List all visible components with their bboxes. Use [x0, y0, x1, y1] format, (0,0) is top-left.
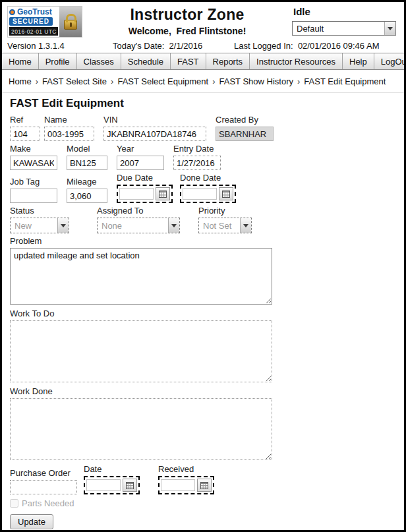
page-title: FAST Edit Equipment	[10, 97, 396, 110]
field-ref: Ref	[10, 115, 40, 141]
work-done-textarea[interactable]	[10, 398, 272, 460]
field-status: Status New	[10, 206, 69, 233]
nav-item-profile[interactable]: Profile	[39, 53, 77, 69]
done-date-calendar-button[interactable]	[219, 187, 233, 200]
nav-item-logout[interactable]: LogOut	[374, 53, 406, 69]
breadcrumb-separator: ›	[111, 76, 113, 86]
field-received: Received	[158, 464, 214, 494]
calendar-icon	[159, 191, 167, 198]
field-year: Year	[117, 144, 164, 170]
vin-input[interactable]	[103, 127, 206, 141]
purchase-order-label: Purchase Order	[10, 468, 77, 478]
breadcrumb-fast-select-site[interactable]: FAST Select Site	[42, 76, 107, 86]
geotrust-logo-icon	[9, 9, 15, 15]
nav-item-schedule[interactable]: Schedule	[121, 53, 171, 69]
job-tag-input[interactable]	[10, 189, 57, 203]
nav-item-instructor-resources[interactable]: Instructor Resources	[250, 53, 343, 69]
po-date-calendar-button[interactable]	[123, 479, 137, 492]
field-name: Name	[44, 115, 94, 141]
entry-date-input[interactable]	[173, 156, 221, 170]
breadcrumb-fast-select-equipment[interactable]: FAST Select Equipment	[117, 76, 208, 86]
field-work-to-do: Work To Do	[10, 309, 396, 382]
row-vehicle: Make Model Year Entry Date	[10, 144, 396, 170]
breadcrumb-home[interactable]: Home	[9, 76, 32, 86]
geotrust-brand: GeoTrust	[17, 7, 52, 16]
make-input[interactable]	[10, 156, 57, 170]
parts-needed-label: Parts Needed	[22, 498, 74, 508]
field-job-tag: Job Tag	[10, 177, 57, 203]
row-purchase: Purchase Order Date Received	[10, 464, 396, 494]
status-select[interactable]: New	[10, 218, 69, 233]
default-select[interactable]: Default	[292, 21, 396, 36]
field-problem: Problem updated mileage and set location	[10, 236, 396, 305]
app-title: Instructor Zone	[82, 6, 292, 24]
purchase-order-input[interactable]	[10, 480, 77, 494]
breadcrumb-fast-show-history[interactable]: FAST Show History	[219, 76, 293, 86]
nav-item-help[interactable]: Help	[343, 53, 374, 69]
work-to-do-textarea[interactable]	[10, 320, 272, 382]
field-parts-needed: Parts Needed	[10, 498, 396, 508]
nav-item-classes[interactable]: Classes	[77, 53, 121, 69]
dropdown-arrow-icon	[240, 218, 251, 233]
nav-item-fast[interactable]: FAST	[171, 53, 206, 69]
received-input[interactable]	[161, 479, 195, 491]
work-to-do-label: Work To Do	[10, 309, 396, 318]
name-input[interactable]	[44, 127, 94, 141]
field-entry-date: Entry Date	[173, 144, 221, 170]
breadcrumb-separator: ›	[212, 76, 215, 86]
field-vin: VIN	[103, 115, 206, 141]
nav-item-home[interactable]: Home	[2, 53, 39, 69]
mileage-input[interactable]	[67, 189, 107, 203]
status-label: Idle	[293, 6, 399, 17]
assigned-to-select[interactable]: None	[97, 218, 180, 233]
parts-needed-checkbox[interactable]	[10, 499, 18, 508]
row-identity: Ref Name VIN Created By	[10, 115, 396, 141]
calendar-icon	[200, 482, 208, 489]
make-label: Make	[10, 144, 57, 154]
ref-input[interactable]	[10, 127, 40, 141]
breadcrumb-current: FAST Edit Equipment	[304, 76, 386, 86]
po-date-input[interactable]	[86, 479, 121, 491]
received-picker	[158, 476, 214, 494]
received-calendar-button[interactable]	[197, 479, 212, 492]
secured-label: SECURED	[9, 17, 53, 26]
received-label: Received	[158, 464, 214, 474]
field-po-date: Date	[84, 464, 140, 494]
main-nav: Home Profile Classes Schedule FAST Repor…	[2, 53, 404, 70]
done-date-label: Done Date	[180, 173, 236, 183]
breadcrumb-separator: ›	[36, 76, 38, 86]
status-select-value: New	[11, 221, 32, 231]
calendar-icon	[126, 482, 134, 489]
geotrust-logo: GeoTrust	[9, 7, 58, 16]
vin-label: VIN	[103, 115, 206, 125]
version-text: Version 1.3.1.4	[7, 41, 113, 50]
welcome-text: Welcome, Fred Flintstone!	[82, 26, 292, 36]
assigned-to-label: Assigned To	[97, 206, 180, 216]
status-label: Status	[10, 206, 69, 216]
assigned-to-select-value: None	[98, 221, 122, 231]
problem-label: Problem	[10, 236, 396, 246]
ref-label: Ref	[10, 115, 40, 125]
priority-select[interactable]: Not Set	[198, 218, 252, 233]
due-date-calendar-button[interactable]	[156, 187, 170, 200]
update-button[interactable]: Update	[10, 514, 53, 529]
job-tag-label: Job Tag	[10, 177, 57, 187]
secured-timestamp: 2016-02-01 UTC	[9, 27, 58, 36]
due-date-input[interactable]	[119, 188, 154, 200]
done-date-input[interactable]	[183, 188, 217, 200]
done-date-picker	[180, 185, 236, 203]
padlock-icon	[59, 7, 82, 37]
created-by-label: Created By	[216, 115, 274, 125]
nav-item-reports[interactable]: Reports	[206, 53, 250, 69]
year-input[interactable]	[117, 156, 164, 170]
field-purchase-order: Purchase Order	[10, 468, 77, 494]
due-date-label: Due Date	[117, 173, 173, 183]
model-input[interactable]	[67, 156, 107, 170]
year-label: Year	[117, 144, 164, 154]
last-login-label: Last Logged In:	[234, 41, 293, 51]
priority-label: Priority	[198, 206, 252, 216]
header: GeoTrust SECURED 2016-02-01 UTC Instruct…	[2, 2, 404, 40]
name-label: Name	[44, 115, 94, 125]
problem-textarea[interactable]: updated mileage and set location	[10, 248, 272, 305]
last-login-value: 02/01/2016 09:46 AM	[298, 41, 380, 51]
